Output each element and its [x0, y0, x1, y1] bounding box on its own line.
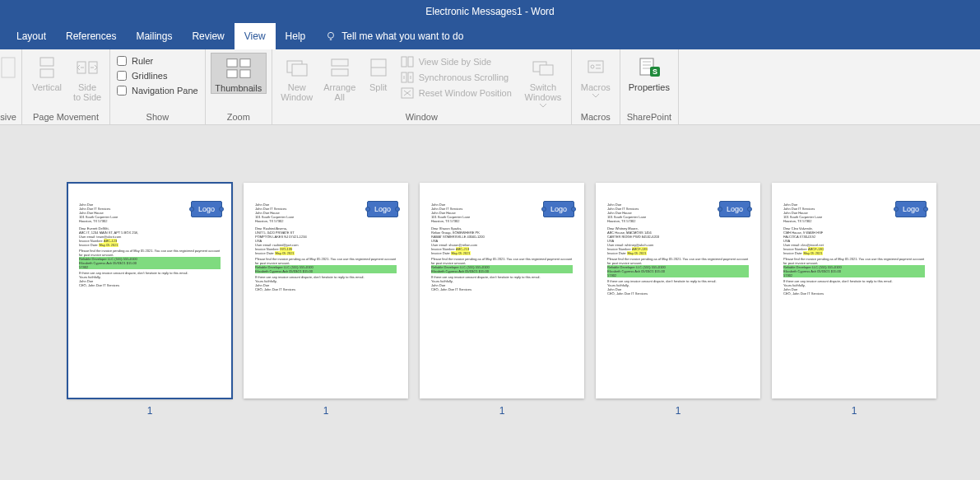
view-side-by-side-label: View Side by Side — [419, 57, 491, 67]
group-label-show: Show — [115, 110, 200, 124]
arrange-all-label: Arrange All — [323, 82, 355, 102]
page-thumbnail[interactable]: LogoJohn DoeJohn Doe IT ServicesJohn Doe… — [244, 183, 408, 398]
lightbulb-icon — [325, 30, 337, 42]
navpane-check-input[interactable] — [117, 86, 127, 96]
new-window-icon — [284, 54, 310, 81]
view-side-by-side-button[interactable]: View Side by Side — [399, 54, 513, 69]
page-thumbnail[interactable]: LogoJohn DoeJohn Doe IT ServicesJohn Doe… — [420, 183, 584, 398]
svg-rect-1 — [2, 58, 15, 77]
vertical-icon — [34, 54, 60, 81]
thumbnails-icon — [225, 55, 252, 82]
tab-mailings[interactable]: Mailings — [126, 23, 182, 49]
macros-icon — [583, 54, 609, 81]
gridlines-check-input[interactable] — [117, 71, 127, 81]
tell-me-label: Tell me what you want to do — [341, 30, 463, 42]
tell-me[interactable]: Tell me what you want to do — [315, 23, 473, 49]
thumbnail-column: LogoJohn DoeJohn Doe IT ServicesJohn Doe… — [596, 183, 760, 480]
switch-windows-icon — [530, 54, 556, 81]
macros-label: Macros — [581, 82, 611, 92]
thumbnails-area[interactable]: LogoJohn DoeJohn Doe IT ServicesJohn Doe… — [0, 125, 980, 480]
tab-layout[interactable]: Layout — [7, 23, 56, 49]
ruler-checkbox[interactable]: Ruler — [115, 54, 155, 68]
tab-review[interactable]: Review — [182, 23, 234, 49]
menu-tabs: Layout References Mailings Review View H… — [0, 23, 980, 49]
title-bar: Electronic Messages1 - Word — [0, 0, 980, 23]
gridlines-checkbox[interactable]: Gridlines — [115, 69, 169, 82]
group-label-pagemovement: Page Movement — [27, 110, 105, 124]
document-title: Electronic Messages1 - Word — [425, 6, 555, 17]
svg-rect-9 — [240, 70, 250, 77]
svg-rect-2 — [40, 58, 53, 66]
ruler-check-input[interactable] — [117, 56, 127, 66]
group-label-sive: sive — [0, 110, 16, 124]
switch-windows-label: Switch Windows — [525, 82, 562, 102]
page-number: 1 — [499, 405, 505, 417]
tab-help[interactable]: Help — [276, 23, 316, 49]
new-window-button[interactable]: New Window — [277, 53, 317, 102]
thumbnail-column: LogoJohn DoeJohn Doe IT ServicesJohn Doe… — [67, 183, 232, 480]
ribbon: sive Vertical Side to Side Page Movement… — [0, 49, 980, 125]
page-number: 1 — [323, 405, 329, 417]
reset-window-icon — [401, 86, 414, 100]
svg-rect-11 — [292, 64, 307, 76]
thumbnail-column: LogoJohn DoeJohn Doe IT ServicesJohn Doe… — [772, 183, 936, 480]
svg-rect-3 — [40, 69, 53, 77]
split-label: Split — [369, 82, 387, 92]
logo-badge: Logo — [543, 201, 574, 217]
svg-rect-13 — [332, 69, 348, 76]
svg-point-0 — [328, 32, 334, 38]
reset-window-position-button[interactable]: Reset Window Position — [399, 86, 513, 100]
thumbnails-button[interactable]: Thumbnails — [211, 53, 267, 94]
immersive-partial-button[interactable] — [0, 53, 16, 81]
split-button[interactable]: Split — [363, 53, 394, 92]
new-window-label: New Window — [281, 82, 313, 102]
chevron-down-icon — [540, 104, 546, 108]
sync-scroll-label: Synchronous Scrolling — [419, 72, 509, 82]
page-number: 1 — [852, 405, 857, 417]
split-icon — [365, 54, 392, 81]
thumbnails-label: Thumbnails — [215, 83, 262, 93]
side-to-side-label: Side to Side — [73, 82, 101, 102]
navpane-label: Navigation Pane — [132, 86, 198, 96]
tab-view[interactable]: View — [235, 23, 276, 49]
view-side-by-side-icon — [401, 55, 414, 68]
navpane-checkbox[interactable]: Navigation Pane — [115, 84, 200, 97]
properties-button[interactable]: S Properties — [625, 53, 673, 92]
sync-scroll-icon — [401, 71, 414, 84]
macros-button[interactable]: Macros — [577, 53, 615, 98]
ruler-label: Ruler — [132, 56, 153, 66]
svg-text:S: S — [653, 68, 657, 76]
gridlines-label: Gridlines — [132, 71, 167, 81]
vertical-button[interactable]: Vertical — [27, 53, 67, 92]
group-label-sharepoint: SharePoint — [625, 110, 673, 124]
logo-badge: Logo — [191, 201, 222, 217]
page-thumbnail[interactable]: LogoJohn DoeJohn Doe IT ServicesJohn Doe… — [772, 183, 936, 398]
arrange-all-icon — [327, 54, 353, 81]
svg-rect-17 — [408, 57, 413, 67]
svg-point-24 — [591, 65, 594, 68]
thumbnail-column: LogoJohn DoeJohn Doe IT ServicesJohn Doe… — [244, 183, 408, 480]
logo-badge: Logo — [367, 201, 398, 217]
page-thumbnail[interactable]: LogoJohn DoeJohn Doe IT ServicesJohn Doe… — [67, 183, 232, 398]
properties-label: Properties — [629, 82, 670, 92]
arrange-all-button[interactable]: Arrange All — [320, 53, 360, 102]
chevron-down-icon — [592, 94, 599, 98]
page-thumbnail[interactable]: LogoJohn DoeJohn Doe IT ServicesJohn Doe… — [596, 183, 760, 398]
tab-references[interactable]: References — [56, 23, 126, 49]
svg-rect-7 — [240, 59, 250, 67]
page-number: 1 — [147, 405, 153, 417]
group-label-zoom: Zoom — [211, 110, 267, 124]
svg-rect-8 — [227, 70, 237, 77]
sync-scroll-button[interactable]: Synchronous Scrolling — [399, 70, 513, 85]
svg-rect-6 — [227, 59, 237, 67]
side-to-side-icon — [74, 54, 100, 81]
logo-badge: Logo — [719, 201, 750, 217]
side-to-side-button[interactable]: Side to Side — [70, 53, 105, 102]
switch-windows-button[interactable]: Switch Windows — [520, 53, 566, 108]
reset-window-label: Reset Window Position — [419, 88, 512, 98]
svg-rect-22 — [540, 65, 553, 75]
logo-badge: Logo — [895, 201, 927, 217]
thumbnail-column: LogoJohn DoeJohn Doe IT ServicesJohn Doe… — [420, 183, 584, 480]
svg-rect-12 — [332, 59, 348, 66]
vertical-label: Vertical — [32, 82, 62, 92]
